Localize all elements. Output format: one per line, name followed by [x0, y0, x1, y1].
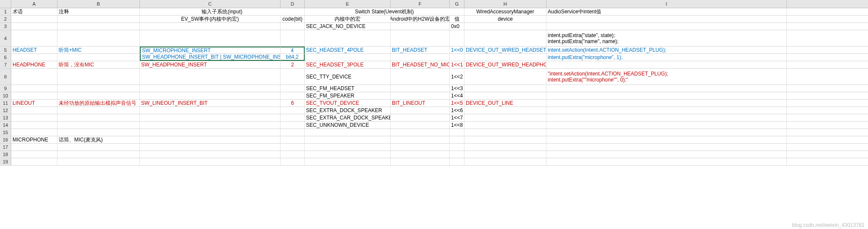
cell-G2[interactable]: 值 — [450, 16, 464, 22]
cell-B10[interactable] — [57, 92, 140, 99]
cell-A10[interactable] — [11, 92, 57, 99]
cell-F5[interactable]: BIT_HEADSET — [391, 47, 450, 53]
cell-E19[interactable] — [305, 158, 391, 165]
cell-E11[interactable]: SEC_TVOUT_DEVICE — [305, 100, 391, 107]
cell-C5[interactable]: SW_MICROPHONE_INSERT — [140, 47, 281, 53]
row-header-10[interactable]: 10 — [0, 92, 11, 99]
cell-I13[interactable] — [546, 114, 787, 121]
cell-I1[interactable]: AudioService中intent值 — [546, 8, 787, 15]
cell-I16[interactable] — [546, 136, 787, 143]
row-header-8[interactable]: 8 — [0, 69, 11, 85]
cell-F6[interactable] — [391, 54, 450, 61]
cell-E15[interactable] — [305, 129, 391, 136]
cell-F10[interactable] — [391, 92, 450, 99]
cell-I5[interactable]: intent.setAction(Intent.ACTION_HEADSET_P… — [546, 47, 787, 53]
cell-I15[interactable] — [546, 129, 787, 136]
cell-G9[interactable]: 1<<3 — [450, 85, 464, 92]
cell-B9[interactable] — [57, 85, 140, 92]
cell-H19[interactable] — [464, 158, 546, 165]
row-header-18[interactable]: 18 — [0, 151, 11, 158]
cell-C8[interactable] — [140, 69, 281, 85]
cell-I12[interactable] — [546, 107, 787, 114]
cell-D11[interactable]: 6 — [281, 100, 305, 107]
cell-A17[interactable] — [11, 144, 57, 151]
cell-D15[interactable] — [281, 129, 305, 136]
cell-F4[interactable] — [391, 30, 450, 46]
cell-B15[interactable] — [57, 129, 140, 136]
cell-I19[interactable] — [546, 158, 787, 165]
col-header-C[interactable]: C — [140, 0, 281, 8]
col-header-E[interactable]: E — [305, 0, 391, 8]
cell-A5[interactable]: HEADSET — [11, 47, 57, 53]
cell-I9[interactable] — [546, 85, 787, 92]
cell-G7[interactable]: 1<<1 — [450, 61, 464, 68]
cell-F17[interactable] — [391, 144, 450, 151]
spreadsheet[interactable]: A B C D E F G H I 1 术语 注释 输入子系统(input) S… — [0, 0, 868, 166]
cell-E14[interactable]: SEC_UNKNOWN_DEVICE — [305, 122, 391, 129]
cell-B5[interactable]: 听筒+MIC — [57, 47, 140, 53]
cell-D13[interactable] — [281, 114, 305, 121]
cell-B17[interactable] — [57, 144, 140, 151]
cell-D6[interactable]: bit4,2 — [281, 54, 305, 61]
cell-E9[interactable]: SEC_FM_HEADSET — [305, 85, 391, 92]
cell-B4[interactable] — [57, 30, 140, 46]
cell-E7[interactable]: SEC_HEADSET_3POLE — [305, 61, 391, 68]
cell-B7[interactable]: 听筒，没有MIC — [57, 61, 140, 68]
cell-G8[interactable]: 1<<2 — [450, 69, 464, 85]
cell-H6[interactable] — [464, 54, 546, 61]
row-header-12[interactable]: 12 — [0, 107, 11, 114]
row-header-6[interactable]: 6 — [0, 54, 11, 61]
cell-H4[interactable] — [464, 30, 546, 46]
cell-B1[interactable]: 注释 — [57, 8, 140, 15]
cell-D12[interactable] — [281, 107, 305, 114]
cell-G4[interactable] — [450, 30, 464, 46]
cell-E16[interactable] — [305, 136, 391, 143]
cell-E10[interactable]: SEC_FM_SPEAKER — [305, 92, 391, 99]
cell-I14[interactable] — [546, 122, 787, 129]
cell-B16[interactable]: 话筒、MIC(麦克风) — [57, 136, 140, 143]
cell-F19[interactable] — [391, 158, 450, 165]
cell-C11[interactable]: SW_LINEOUT_INSERT_BIT — [140, 100, 281, 107]
cell-F3[interactable] — [391, 23, 450, 30]
cell-H9[interactable] — [464, 85, 546, 92]
cell-I4[interactable]: intent.putExtra("state", state); intent.… — [546, 30, 787, 46]
cell-I2[interactable] — [546, 16, 787, 22]
cell-H16[interactable] — [464, 136, 546, 143]
cell-A18[interactable] — [11, 151, 57, 158]
cell-C14[interactable] — [140, 122, 281, 129]
cell-D18[interactable] — [281, 151, 305, 158]
row-header-14[interactable]: 14 — [0, 122, 11, 129]
cell-H1[interactable]: WiredAccessoryManager — [464, 8, 546, 15]
cell-E1[interactable]: Switch State(Uevent机制) — [305, 8, 464, 15]
cell-F7[interactable]: BIT_HEADSET_NO_MIC — [391, 61, 450, 68]
row-header-3[interactable]: 3 — [0, 23, 11, 30]
cell-D2[interactable]: code(bit) — [281, 16, 305, 22]
cell-H11[interactable]: DEVICE_OUT_LINE — [464, 100, 546, 107]
cell-A6[interactable] — [11, 54, 57, 61]
cell-A9[interactable] — [11, 85, 57, 92]
cell-E5[interactable]: SEC_HEADSET_4POLE — [305, 47, 391, 53]
cell-G18[interactable] — [450, 151, 464, 158]
cell-H15[interactable] — [464, 129, 546, 136]
cell-A4[interactable] — [11, 30, 57, 46]
cell-E2[interactable]: 内核中的宏 — [305, 16, 391, 22]
cell-B11[interactable]: 未经功放的原始输出模拟声音信号 — [57, 100, 140, 107]
cell-E13[interactable]: SEC_EXTRA_CAR_DOCK_SPEAKER — [305, 114, 391, 121]
cell-B14[interactable] — [57, 122, 140, 129]
cell-H8[interactable] — [464, 69, 546, 85]
cell-B6[interactable] — [57, 54, 140, 61]
row-header-2[interactable]: 2 — [0, 16, 11, 22]
cell-C7[interactable]: SW_HEADPHONE_INSERT — [140, 61, 281, 68]
cell-D5[interactable]: 4 — [281, 47, 305, 53]
cell-I8[interactable]: "intent.setAction(Intent.ACTION_HEADSET_… — [546, 69, 787, 85]
cell-I3[interactable] — [546, 23, 787, 30]
cell-G14[interactable]: 1<<8 — [450, 122, 464, 129]
row-header-15[interactable]: 15 — [0, 129, 11, 136]
cell-E6[interactable] — [305, 54, 391, 61]
cell-D10[interactable] — [281, 92, 305, 99]
cell-C6[interactable]: SW_HEADPHONE_INSERT_BIT | SW_MICROPHONE_… — [140, 54, 281, 61]
row-header-7[interactable]: 7 — [0, 61, 11, 68]
cell-C17[interactable] — [140, 144, 281, 151]
cell-G13[interactable]: 1<<7 — [450, 114, 464, 121]
cell-A14[interactable] — [11, 122, 57, 129]
